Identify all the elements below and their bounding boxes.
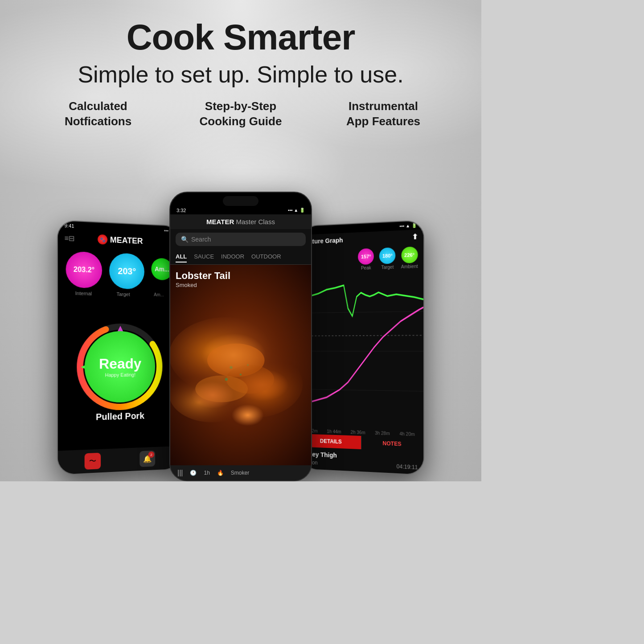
svg-point-7 — [170, 365, 255, 422]
svg-point-13 — [247, 364, 249, 366]
menu-icon: ≡⊟ — [64, 234, 74, 242]
time-label-4: 3h 28m — [375, 431, 390, 436]
left-bottom-bar: 〜 🔔 2 — [58, 446, 180, 475]
search-icon: 🔍 — [181, 236, 189, 243]
phone-center: 3:32 placeholder ▪▪▪ ▲ 🔋 MEATER Master C… — [169, 192, 312, 481]
clock-icon: 🕐 — [190, 470, 197, 476]
chart-svg — [302, 271, 423, 431]
phones-container: 9:41 ▪▪▪ ▲ ≡⊟ 🐾 MEATER 203.2° — [0, 138, 481, 481]
bell-icon[interactable]: 🔔 2 — [139, 451, 155, 467]
target-label: Target — [381, 265, 394, 270]
target-circle: 180° — [379, 247, 395, 264]
recipe-bottom-bar: ||| 🕐 1h 🔥 Smoker — [170, 465, 311, 480]
temp-circles: 203.2° 203° Am... — [58, 245, 180, 292]
brand-name: MEATER — [110, 235, 143, 246]
gauge-area: Ready Happy Eating! Pulled Pork — [58, 298, 180, 451]
center-status-icons: ▪▪▪ ▲ 🔋 — [288, 208, 305, 213]
svg-point-11 — [230, 366, 232, 369]
target-temp-circle: 203° — [109, 253, 144, 289]
ambient-label: Am... — [154, 292, 164, 298]
ready-sub: Happy Eating! — [105, 372, 135, 378]
temperature-chart — [302, 271, 423, 431]
svg-point-12 — [240, 373, 242, 375]
svg-line-18 — [302, 335, 423, 336]
recipe-image — [170, 265, 311, 465]
cook-type: Smoker — [231, 470, 249, 476]
ambient-legend: 226° Ambient — [401, 246, 418, 269]
time-label-2: 1h 44m — [327, 429, 341, 435]
app-title: MEATER — [206, 218, 234, 226]
tab-outdoor[interactable]: OUTDOOR — [251, 251, 281, 263]
right-status-icons: ▪▪▪ ▲ 🔋 — [399, 223, 417, 229]
peak-legend: 157° Peak — [358, 248, 374, 271]
internal-label: Internal — [75, 291, 92, 296]
gauge-ring: Ready Happy Eating! — [80, 326, 159, 408]
center-notch — [223, 196, 258, 206]
temp-legend: 157° Peak 180° Target 226° — [302, 243, 423, 275]
bars-icon: ||| — [177, 469, 183, 477]
dish-name: Pulled Pork — [96, 410, 144, 422]
lobster-image-svg — [170, 265, 311, 465]
main-title: Cook Smarter — [78, 18, 403, 57]
feature-left: CalculatedNotfications — [27, 99, 169, 129]
header-section: Cook Smarter Simple to set up. Simple to… — [78, 0, 403, 88]
peak-circle: 157° — [358, 248, 374, 265]
tab-sauce[interactable]: SAUCE — [194, 251, 214, 263]
chart-title: rature Graph — [307, 236, 343, 245]
tab-all[interactable]: ALL — [176, 251, 187, 263]
features-row: CalculatedNotfications Step-by-StepCooki… — [0, 99, 481, 129]
recipe-card[interactable]: Lobster Tail Smoked — [170, 265, 311, 465]
ready-text: Ready — [99, 356, 141, 373]
center-status-time: 3:32 — [176, 208, 186, 213]
target-legend: 180° Target — [379, 247, 395, 270]
right-footer: rkey Thigh ation 04:19:11 — [302, 447, 423, 475]
meater-brand-icon: 🐾 — [98, 234, 107, 245]
center-nav-title: MEATER Master Class — [170, 214, 311, 229]
svg-point-14 — [225, 378, 228, 381]
recipe-time: 1h — [204, 470, 209, 476]
svg-rect-4 — [170, 265, 311, 465]
search-bar[interactable]: 🔍 Search — [176, 233, 306, 246]
svg-point-5 — [170, 317, 283, 394]
smoker-icon: 🔥 — [217, 470, 224, 476]
internal-temp-value: 203.2° — [74, 266, 94, 275]
svg-line-15 — [302, 312, 423, 313]
filter-tabs: ALL SAUCE INDOOR OUTDOOR — [170, 250, 311, 265]
ambient-circle: 226° — [401, 246, 418, 263]
peak-label: Peak — [361, 265, 371, 271]
phone-left: 9:41 ▪▪▪ ▲ ≡⊟ 🐾 MEATER 203.2° — [57, 220, 180, 476]
meater-logo: 🐾 MEATER — [98, 234, 143, 246]
tab-indoor[interactable]: INDOOR — [221, 251, 244, 263]
internal-temp-circle: 203.2° — [66, 251, 103, 288]
recipe-subtitle: Smoked — [176, 282, 230, 288]
center-status-bar: 3:32 placeholder ▪▪▪ ▲ 🔋 — [170, 206, 311, 214]
search-placeholder: Search — [191, 236, 211, 243]
svg-point-9 — [226, 365, 274, 394]
recipe-title: Lobster Tail — [176, 270, 230, 282]
app-subtitle: Master Class — [234, 218, 275, 226]
time-label-3: 2h 36m — [351, 430, 365, 435]
footer-cook-time: 04:19:11 — [397, 464, 418, 471]
left-status-time: 9:41 — [64, 223, 74, 229]
svg-point-6 — [207, 351, 303, 418]
ambient-label: Ambient — [401, 264, 418, 269]
recipe-title-overlay: Lobster Tail Smoked — [176, 270, 230, 288]
wave-icon[interactable]: 〜 — [85, 453, 101, 470]
target-label: Target — [116, 291, 130, 297]
time-label-5: 4h 20m — [399, 431, 414, 437]
ambient-temp-value: Am... — [155, 266, 169, 273]
feature-right: InstrumentalApp Features — [312, 99, 455, 129]
svg-point-8 — [207, 344, 265, 377]
svg-point-10 — [195, 376, 248, 402]
share-icon[interactable]: ⬆ — [412, 232, 418, 241]
phone-right: ▪▪▪ ▲ 🔋 rature Graph ⬆ 157° Peak — [301, 220, 424, 476]
feature-center: Step-by-StepCooking Guide — [169, 99, 312, 129]
svg-line-17 — [302, 389, 423, 391]
target-temp-value: 203° — [118, 266, 136, 276]
sub-title: Simple to set up. Simple to use. — [78, 61, 403, 88]
